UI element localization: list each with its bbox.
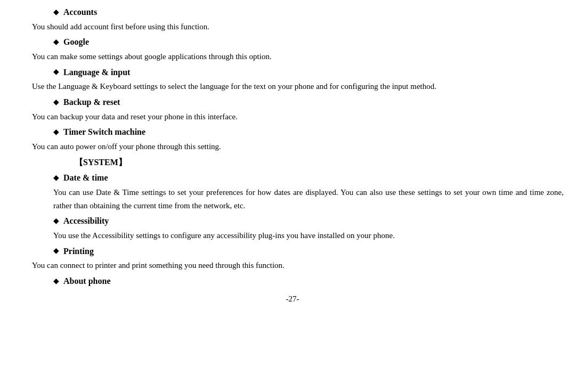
printing-body: You can connect to printer and print som… [32,259,564,272]
section-aboutphone: ◆ About phone [21,274,564,288]
timer-diamond: ◆ [53,126,59,138]
printing-heading: Printing [63,244,94,258]
timer-heading: Timer Switch machine [63,125,145,139]
accessibility-body: You use the Accessibility settings to co… [53,229,564,242]
page-number: -27- [21,292,564,305]
accounts-heading: Accounts [63,5,97,19]
aboutphone-diamond: ◆ [53,275,59,287]
google-body: You can make some settings about google … [32,50,564,63]
printing-diamond: ◆ [53,245,59,257]
accounts-heading-line: ◆ Accounts [21,5,564,19]
printing-heading-line: ◆ Printing [21,244,564,258]
datetime-heading-line: ◆ Date & time [21,171,564,185]
backup-heading: Backup & reset [63,95,120,109]
section-google: ◆ Google You can make some settings abou… [21,35,564,63]
section-language: ◆ Language & input Use the Language & Ke… [21,66,564,93]
section-datetime: ◆ Date & time You can use Date & Time se… [21,171,564,212]
page-content: ◆ Accounts You should add account first … [0,0,585,311]
aboutphone-heading: About phone [63,274,110,288]
datetime-body: You can use Date & Time settings to set … [53,186,564,213]
language-body: Use the Language & Keyboard settings to … [32,80,564,93]
datetime-diamond: ◆ [53,172,59,184]
accessibility-heading-line: ◆ Accessibility [21,214,564,228]
language-heading: Language & input [63,66,130,79]
backup-body: You can backup your data and reset your … [32,110,564,124]
backup-heading-line: ◆ Backup & reset [21,95,564,109]
language-heading-line: ◆ Language & input [21,66,564,79]
system-heading: 【SYSTEM】 [75,156,564,169]
google-diamond: ◆ [53,36,59,48]
aboutphone-heading-line: ◆ About phone [21,274,564,288]
language-diamond: ◆ [53,66,59,78]
accounts-diamond: ◆ [53,6,59,18]
google-heading-line: ◆ Google [21,35,564,49]
section-backup: ◆ Backup & reset You can backup your dat… [21,95,564,123]
google-heading: Google [63,35,89,49]
accessibility-heading: Accessibility [63,214,109,228]
timer-heading-line: ◆ Timer Switch machine [21,125,564,139]
timer-body: You can auto power on/off your phone thr… [32,140,564,153]
datetime-heading: Date & time [63,171,108,185]
backup-diamond: ◆ [53,96,59,108]
section-printing: ◆ Printing You can connect to printer an… [21,244,564,272]
accessibility-diamond: ◆ [53,215,59,227]
section-accessibility: ◆ Accessibility You use the Accessibilit… [21,214,564,242]
accounts-body: You should add account first before usin… [32,20,564,34]
section-accounts: ◆ Accounts You should add account first … [21,5,564,33]
section-timer: ◆ Timer Switch machine You can auto powe… [21,125,564,153]
